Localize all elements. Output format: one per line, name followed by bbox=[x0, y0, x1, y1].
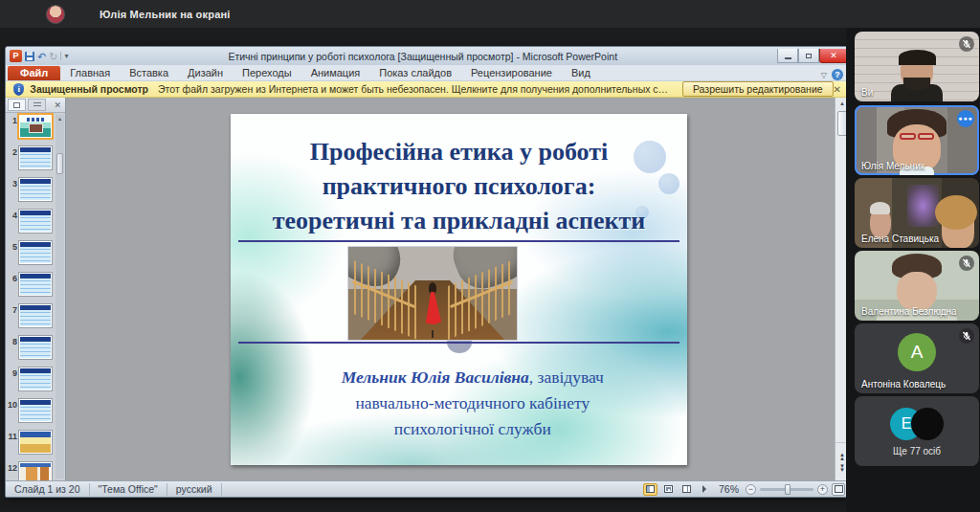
protected-view-label: Защищенный просмотр bbox=[30, 83, 148, 95]
customize-toolbar-icon[interactable]: ▾ bbox=[60, 52, 68, 60]
previous-slide-button[interactable]: ▲▲ bbox=[839, 453, 845, 460]
presenter-avatar bbox=[46, 5, 65, 24]
participant-tile-elena-stavytska[interactable]: Елена Ставицька bbox=[855, 178, 979, 248]
participant-name: Ви bbox=[861, 87, 873, 98]
participant-name: Валентина Безлюдна bbox=[861, 306, 957, 317]
slide-5-thumbnail[interactable] bbox=[19, 241, 52, 264]
close-panel-icon[interactable]: ✕ bbox=[54, 100, 61, 110]
status-bar: Слайд 1 из 20 "Тема Office" русский 76% … bbox=[6, 480, 849, 497]
protected-view-message: Этот файл загружен из Интернета и может … bbox=[158, 83, 671, 95]
language-indicator[interactable]: русский bbox=[167, 483, 222, 496]
shield-info-icon: i bbox=[13, 83, 24, 96]
enable-editing-button[interactable]: Разрешить редактирование bbox=[682, 81, 834, 97]
tab-design[interactable]: Дизайн bbox=[178, 66, 233, 80]
participant-tile-antonina-kovalets[interactable]: А Антоніна Ковалець bbox=[855, 323, 979, 393]
slide-thumbnail-row[interactable]: 3 bbox=[6, 178, 56, 201]
more-participants-tile[interactable]: Е Ще 77 осіб bbox=[855, 396, 979, 466]
tab-transitions[interactable]: Переходы bbox=[233, 66, 301, 80]
zoom-percentage[interactable]: 76% bbox=[719, 483, 739, 495]
slide-thumbnail-row[interactable]: 10 bbox=[6, 399, 56, 422]
theme-name[interactable]: "Тема Office" bbox=[90, 483, 167, 496]
panel-scroll-thumb[interactable] bbox=[56, 153, 63, 174]
zoom-out-button[interactable]: − bbox=[746, 484, 756, 495]
tab-slides-thumbnails[interactable] bbox=[8, 99, 26, 111]
restore-button[interactable] bbox=[798, 49, 819, 63]
mic-muted-icon bbox=[959, 328, 974, 344]
slide-1[interactable]: Професійна етика у роботі практичного пс… bbox=[231, 114, 687, 465]
minimize-ribbon-icon[interactable]: ▽ bbox=[821, 71, 827, 79]
tab-home[interactable]: Главная bbox=[60, 66, 120, 80]
tab-file[interactable]: Файл bbox=[8, 66, 60, 80]
bridge-photo bbox=[348, 247, 517, 340]
slide-author-text: Мельник Юлія Василівна, завідувач навчал… bbox=[277, 365, 669, 442]
slide-thumbnail-row[interactable]: 5 bbox=[6, 241, 56, 264]
panel-scrollbar[interactable]: ▲ bbox=[56, 115, 64, 479]
slide-2-thumbnail[interactable] bbox=[19, 146, 52, 169]
slide-thumbnail-row[interactable]: 2 bbox=[6, 146, 56, 169]
participant-tile-you[interactable]: Ви bbox=[855, 32, 979, 101]
mic-muted-icon bbox=[959, 36, 974, 52]
tab-slideshow[interactable]: Показ слайдов bbox=[369, 66, 461, 80]
slide-thumbnail-row[interactable]: 7 bbox=[6, 304, 56, 327]
slide-counter: Слайд 1 из 20 bbox=[6, 483, 90, 496]
woman-in-red bbox=[422, 282, 443, 332]
slide-canvas-area: Професійна етика у роботі практичного пс… bbox=[67, 98, 835, 480]
save-icon[interactable] bbox=[25, 52, 34, 61]
redo-icon: ↻ bbox=[49, 52, 57, 61]
slide-4-thumbnail[interactable] bbox=[19, 210, 52, 233]
panel-scroll-up-icon[interactable]: ▲ bbox=[56, 115, 64, 123]
screen: Юлія Мельник на окрані P ↶ ↻ ▾ Етичні пр… bbox=[0, 0, 980, 512]
participant-menu-icon[interactable]: ●●● bbox=[957, 110, 974, 127]
protected-view-bar: i Защищенный просмотр Этот файл загружен… bbox=[6, 81, 849, 98]
tab-animations[interactable]: Анимация bbox=[301, 66, 370, 80]
divider-line bbox=[238, 240, 679, 242]
slide-sorter-view-button[interactable] bbox=[661, 483, 676, 496]
powerpoint-window: P ↶ ↻ ▾ Етичні принципи у роботі психоло… bbox=[5, 46, 850, 498]
participant-tile-valentyna-bezliudna[interactable]: Валентина Безлюдна bbox=[855, 251, 979, 321]
slide-thumbnail-row[interactable]: 9 bbox=[6, 367, 56, 390]
slide-thumbnail-row[interactable]: 11 bbox=[6, 431, 56, 454]
reading-view-button[interactable] bbox=[679, 483, 694, 496]
tab-view[interactable]: Вид bbox=[562, 66, 600, 80]
divider-line bbox=[238, 342, 679, 344]
participant-tile-yulia-melnyk[interactable]: ●●● Юлія Мельник bbox=[855, 105, 979, 175]
avatar-dark bbox=[911, 408, 944, 440]
title-bar: P ↶ ↻ ▾ Етичні принципи у роботі психоло… bbox=[6, 47, 849, 65]
next-slide-button[interactable]: ▼▼ bbox=[839, 464, 845, 472]
slide-3-thumbnail[interactable] bbox=[19, 178, 52, 201]
minimize-button[interactable] bbox=[777, 49, 798, 63]
slide-title: Професійна етика у роботі практичного пс… bbox=[231, 135, 687, 238]
slide-10-thumbnail[interactable] bbox=[19, 399, 52, 422]
tab-outline[interactable] bbox=[28, 99, 46, 111]
zoom-slider-thumb[interactable] bbox=[785, 484, 791, 495]
slide-thumbnail-row[interactable]: 6 bbox=[6, 273, 56, 296]
undo-icon[interactable]: ↶ bbox=[37, 52, 46, 61]
normal-view-button[interactable] bbox=[643, 483, 657, 496]
fit-to-window-button[interactable] bbox=[832, 483, 845, 496]
slide-8-thumbnail[interactable] bbox=[19, 336, 52, 359]
dismiss-warning-icon[interactable]: ✕ bbox=[834, 84, 841, 95]
slide-7-thumbnail[interactable] bbox=[19, 304, 52, 327]
slideshow-view-button[interactable] bbox=[698, 483, 712, 496]
powerpoint-logo-icon[interactable]: P bbox=[10, 50, 22, 62]
zoom-slider[interactable] bbox=[760, 488, 813, 491]
slide-11-thumbnail[interactable] bbox=[19, 431, 52, 454]
help-icon[interactable]: ? bbox=[832, 69, 843, 80]
red-glasses bbox=[900, 133, 934, 140]
tab-review[interactable]: Рецензирование bbox=[461, 66, 562, 80]
slide-1-thumbnail[interactable] bbox=[19, 115, 52, 138]
participant-name: Антоніна Ковалець bbox=[861, 379, 946, 390]
tab-insert[interactable]: Вставка bbox=[120, 66, 178, 80]
slide-thumbnail-row[interactable]: 4 bbox=[6, 210, 56, 233]
share-banner: Юлія Мельник на окрані bbox=[0, 0, 980, 28]
close-button[interactable]: ✕ bbox=[819, 49, 848, 63]
slide-9-thumbnail[interactable] bbox=[19, 367, 52, 390]
slide-thumbnail-row[interactable]: 8 bbox=[6, 336, 56, 359]
quick-access-toolbar: P ↶ ↻ ▾ bbox=[10, 50, 68, 62]
slides-panel: ✕ 1 2 3 4 bbox=[6, 98, 66, 480]
slide-thumbnail-row[interactable]: 1 bbox=[6, 115, 56, 138]
window-title: Етичні принципи у роботі психолога [Защи… bbox=[68, 51, 777, 62]
zoom-in-button[interactable]: + bbox=[817, 484, 828, 495]
participant-name: Юлія Мельник bbox=[861, 161, 924, 171]
slide-6-thumbnail[interactable] bbox=[19, 273, 52, 296]
